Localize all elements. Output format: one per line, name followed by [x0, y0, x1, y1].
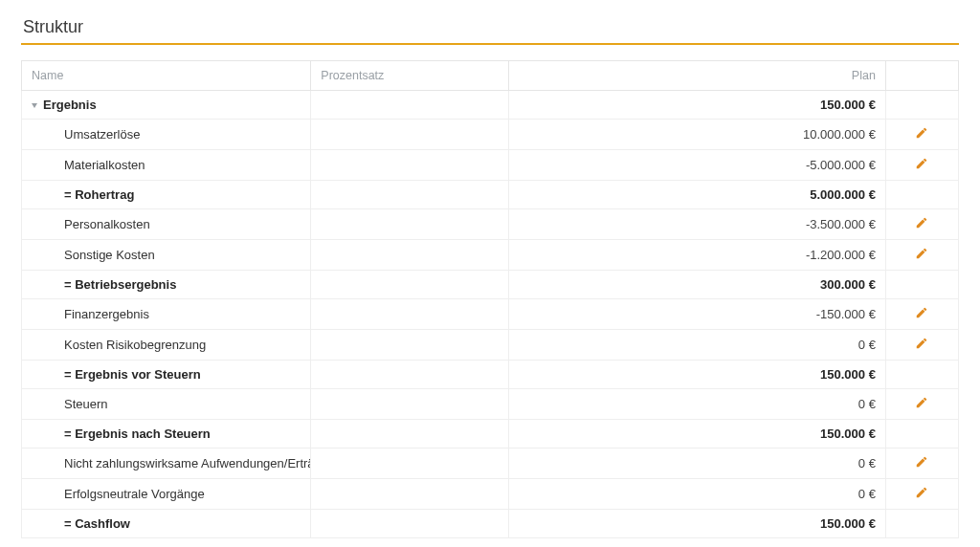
name-cell[interactable]: = Ergebnis vor Steuern: [22, 361, 311, 389]
plan-cell: -3.500.000 €: [508, 209, 885, 240]
name-cell[interactable]: = Ergebnis nach Steuern: [22, 420, 311, 449]
name-cell[interactable]: Sonstige Kosten: [22, 240, 311, 271]
table-row[interactable]: = Rohertrag5.000.000 €: [22, 181, 959, 209]
name-cell[interactable]: = Cashflow: [22, 510, 311, 538]
table-row[interactable]: = Betriebsergebnis300.000 €: [22, 271, 959, 299]
edit-cell: [885, 479, 958, 510]
plan-cell: 0 €: [508, 449, 885, 479]
name-cell[interactable]: Nicht zahlungswirksame Aufwendungen/Ertr…: [22, 449, 311, 479]
col-header-percent[interactable]: Prozentsatz: [311, 61, 508, 91]
plan-cell: 5.000.000 €: [508, 181, 885, 209]
name-cell[interactable]: Personalkosten: [22, 209, 311, 240]
plan-cell: 0 €: [508, 389, 885, 420]
collapse-caret-icon[interactable]: [32, 103, 37, 108]
plan-cell: 150.000 €: [508, 91, 885, 120]
row-name: Steuern: [32, 397, 108, 411]
edit-cell: [885, 330, 958, 361]
percent-cell: [311, 271, 508, 299]
col-header-plan[interactable]: Plan: [508, 61, 885, 91]
row-name: Umsatzerlöse: [32, 127, 140, 142]
percent-cell: [311, 299, 508, 330]
row-name: Finanzergebnis: [32, 307, 149, 321]
edit-cell: [885, 449, 958, 479]
row-name: Erfolgsneutrale Vorgänge: [32, 487, 205, 501]
edit-icon[interactable]: [915, 455, 928, 469]
edit-icon[interactable]: [915, 247, 928, 260]
plan-cell: 300.000 €: [508, 271, 885, 299]
table-header-row: Name Prozentsatz Plan: [22, 61, 959, 91]
name-cell[interactable]: Materialkosten: [22, 150, 311, 181]
table-row[interactable]: Finanzergebnis-150.000 €: [22, 299, 959, 330]
col-header-actions: [885, 61, 958, 91]
percent-cell: [311, 181, 508, 209]
row-name: Ergebnis: [43, 98, 97, 112]
percent-cell: [311, 91, 508, 120]
edit-icon[interactable]: [915, 337, 928, 350]
name-cell[interactable]: Finanzergebnis: [22, 299, 311, 330]
edit-icon[interactable]: [915, 306, 928, 319]
table-row[interactable]: Umsatzerlöse10.000.000 €: [22, 120, 959, 150]
percent-cell: [311, 479, 508, 510]
row-name: = Cashflow: [32, 516, 130, 531]
name-cell[interactable]: Kosten Risikobegrenzung: [22, 330, 311, 361]
edit-cell: [885, 361, 958, 389]
percent-cell: [311, 240, 508, 271]
edit-icon[interactable]: [915, 216, 928, 230]
row-name: Materialkosten: [32, 158, 145, 172]
table-row[interactable]: Ergebnis150.000 €: [22, 91, 959, 120]
percent-cell: [311, 361, 508, 389]
edit-icon[interactable]: [915, 396, 928, 409]
edit-cell: [885, 181, 958, 209]
name-cell[interactable]: Erfolgsneutrale Vorgänge: [22, 479, 311, 510]
edit-cell: [885, 510, 958, 538]
percent-cell: [311, 150, 508, 181]
row-name: = Ergebnis nach Steuern: [32, 427, 211, 441]
plan-cell: 0 €: [508, 479, 885, 510]
row-name: = Ergebnis vor Steuern: [32, 367, 201, 382]
plan-cell: 150.000 €: [508, 510, 885, 538]
col-header-name[interactable]: Name: [22, 61, 311, 91]
percent-cell: [311, 389, 508, 420]
percent-cell: [311, 209, 508, 240]
name-cell[interactable]: Umsatzerlöse: [22, 120, 311, 150]
percent-cell: [311, 330, 508, 361]
name-cell[interactable]: = Rohertrag: [22, 181, 311, 209]
percent-cell: [311, 120, 508, 150]
name-cell[interactable]: = Betriebsergebnis: [22, 271, 311, 299]
table-row[interactable]: Sonstige Kosten-1.200.000 €: [22, 240, 959, 271]
edit-cell: [885, 299, 958, 330]
title-underline: [21, 43, 959, 45]
table-row[interactable]: Steuern0 €: [22, 389, 959, 420]
table-row[interactable]: Personalkosten-3.500.000 €: [22, 209, 959, 240]
edit-cell: [885, 389, 958, 420]
edit-cell: [885, 150, 958, 181]
table-row[interactable]: = Cashflow150.000 €: [22, 510, 959, 538]
percent-cell: [311, 420, 508, 449]
edit-cell: [885, 91, 958, 120]
table-row[interactable]: Nicht zahlungswirksame Aufwendungen/Ertr…: [22, 449, 959, 479]
edit-icon[interactable]: [915, 157, 928, 170]
plan-cell: 10.000.000 €: [508, 120, 885, 150]
plan-cell: -5.000.000 €: [508, 150, 885, 181]
name-cell[interactable]: Steuern: [22, 389, 311, 420]
edit-icon[interactable]: [915, 126, 928, 140]
table-row[interactable]: Erfolgsneutrale Vorgänge0 €: [22, 479, 959, 510]
edit-cell: [885, 271, 958, 299]
edit-icon[interactable]: [915, 486, 928, 499]
row-name: = Rohertrag: [32, 187, 134, 202]
name-cell[interactable]: Ergebnis: [22, 91, 311, 120]
table-row[interactable]: Materialkosten-5.000.000 €: [22, 150, 959, 181]
table-row[interactable]: = Ergebnis vor Steuern150.000 €: [22, 361, 959, 389]
plan-cell: -150.000 €: [508, 299, 885, 330]
percent-cell: [311, 510, 508, 538]
row-name: Sonstige Kosten: [32, 248, 155, 262]
row-name: Nicht zahlungswirksame Aufwendungen/Ertr…: [32, 456, 311, 470]
structure-table: Name Prozentsatz Plan Ergebnis150.000 €U…: [21, 60, 959, 538]
plan-cell: -1.200.000 €: [508, 240, 885, 271]
table-row[interactable]: Kosten Risikobegrenzung0 €: [22, 330, 959, 361]
edit-cell: [885, 420, 958, 449]
edit-cell: [885, 120, 958, 150]
plan-cell: 150.000 €: [508, 361, 885, 389]
table-row[interactable]: = Ergebnis nach Steuern150.000 €: [22, 420, 959, 449]
row-name: Personalkosten: [32, 217, 150, 231]
